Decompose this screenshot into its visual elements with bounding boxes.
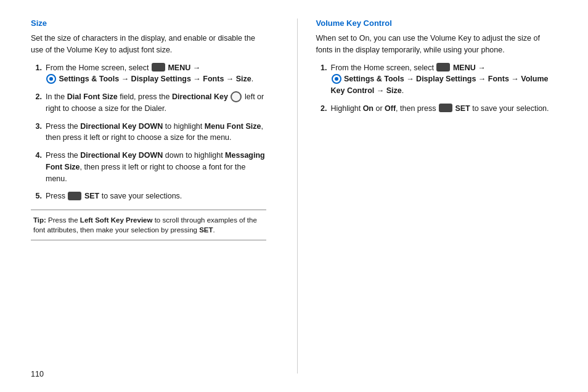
step-content-5: Press SET to save your selections.: [46, 190, 266, 202]
step-num-3: 3.: [31, 121, 42, 133]
right-column: Volume Key Control When set to On, you c…: [316, 18, 564, 374]
menu-btn-icon: [152, 63, 165, 71]
right-step-content-2: Highlight On or Off, then press SET to s…: [331, 103, 552, 115]
step-content-2: In the Dial Font Size field, press the D…: [46, 91, 266, 115]
path-label-right: Settings & Tools → Display Settings → Fo…: [331, 75, 549, 95]
step-content-3: Press the Directional Key DOWN to highli…: [46, 121, 266, 144]
menu-font-size-label: Menu Font Size: [205, 122, 261, 131]
menu-btn-icon-right: [436, 63, 450, 71]
path-label-1: Settings & Tools → Display Settings → Fo…: [59, 75, 251, 83]
step-num-2: 2.: [31, 91, 42, 103]
set-label-left: SET: [84, 192, 99, 200]
left-step-3: 3. Press the Directional Key DOWN to hig…: [31, 121, 266, 144]
step-content-4: Press the Directional Key DOWN down to h…: [46, 150, 266, 184]
right-intro: When set to On, you can use the Volume K…: [316, 33, 552, 56]
menu-label: MENU →: [168, 63, 200, 72]
left-step-4: 4. Press the Directional Key DOWN down t…: [31, 150, 266, 184]
right-step-num-1: 1.: [316, 62, 327, 74]
set-btn-icon-right: [439, 104, 452, 112]
left-column: Size Set the size of characters in the d…: [31, 18, 279, 374]
set-label-right: SET: [455, 104, 470, 113]
settings-icon: [46, 74, 56, 84]
menu-label-right: MENU →: [453, 63, 486, 72]
left-steps: 1. From the Home screen, select MENU → S…: [31, 62, 266, 203]
column-divider: [297, 18, 298, 374]
tip-label: Tip:: [33, 216, 46, 224]
set-btn-icon-left: [68, 192, 81, 200]
page: Size Set the size of characters in the d…: [0, 0, 588, 392]
tip-box: Tip: Press the Left Soft Key Preview to …: [31, 210, 266, 240]
right-step-2: 2. Highlight On or Off, then press SET t…: [316, 103, 552, 115]
left-intro: Set the size of characters in the displa…: [31, 33, 266, 56]
directional-key-label: Directional Key: [172, 92, 228, 101]
right-step-content-1: From the Home screen, select MENU → Sett…: [331, 62, 552, 97]
left-step-1: 1. From the Home screen, select MENU → S…: [31, 62, 266, 86]
dir-key-icon: [231, 91, 242, 102]
step-num-4: 4.: [31, 150, 42, 161]
on-label: On: [363, 104, 374, 113]
step-content-1: From the Home screen, select MENU → Sett…: [46, 62, 266, 86]
left-step-5: 5. Press SET to save your selections.: [31, 190, 266, 202]
page-number: 110: [31, 370, 44, 378]
dial-font-size-label: Dial Font Size: [67, 92, 118, 101]
right-steps: 1. From the Home screen, select MENU → S…: [316, 62, 552, 115]
dir-key-down-label-2: Directional Key DOWN: [80, 151, 163, 160]
right-step-1: 1. From the Home screen, select MENU → S…: [316, 62, 552, 97]
left-soft-key-label: Left Soft Key Preview: [80, 216, 153, 224]
step-num-1: 1.: [31, 62, 42, 74]
tip-text: Press the Left Soft Key Preview to scrol…: [33, 216, 257, 234]
dir-key-down-label-1: Directional Key DOWN: [80, 122, 163, 131]
right-section-title: Volume Key Control: [316, 18, 552, 28]
step-num-5: 5.: [31, 190, 42, 202]
set-label-tip: SET: [199, 226, 213, 234]
right-step-num-2: 2.: [316, 103, 327, 115]
settings-icon-right: [332, 74, 341, 84]
off-label: Off: [385, 104, 396, 113]
left-section-title: Size: [31, 18, 266, 28]
left-step-2: 2. In the Dial Font Size field, press th…: [31, 91, 266, 115]
